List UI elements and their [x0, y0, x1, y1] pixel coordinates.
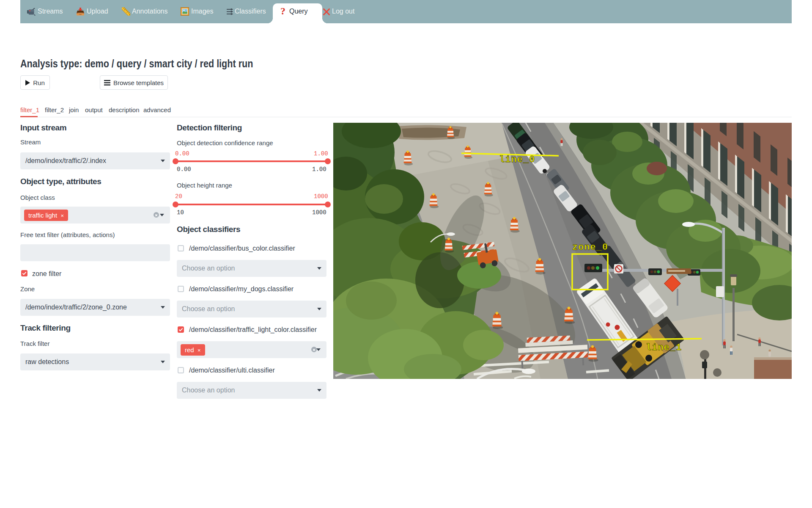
svg-text:line_1: line_1: [646, 342, 682, 353]
svg-text:line_0: line_0: [499, 155, 535, 165]
svg-text:zone_0: zone_0: [572, 242, 608, 253]
